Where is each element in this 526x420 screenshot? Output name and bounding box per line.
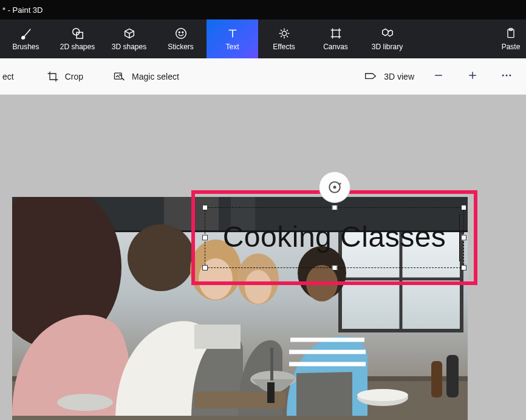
3d-view-icon xyxy=(363,71,378,83)
svg-point-11 xyxy=(506,74,508,76)
magic-select-button[interactable]: Magic select xyxy=(105,58,186,94)
magic-select-icon xyxy=(112,71,126,83)
stickers-label: Stickers xyxy=(168,43,194,51)
svg-point-0 xyxy=(72,29,79,35)
svg-rect-6 xyxy=(332,30,339,37)
svg-rect-41 xyxy=(267,382,275,403)
2d-shapes-icon xyxy=(71,27,84,40)
minus-icon xyxy=(432,69,445,84)
resize-handle-tl[interactable] xyxy=(202,205,208,210)
crop-label: Crop xyxy=(65,72,83,81)
crop-button[interactable]: Crop xyxy=(39,58,91,94)
svg-point-30 xyxy=(245,270,272,304)
text-caret xyxy=(459,214,460,261)
select-button[interactable]: ect xyxy=(2,58,21,94)
brushes-tool[interactable]: Brushes xyxy=(0,19,52,58)
stickers-icon xyxy=(174,27,188,40)
3d-library-icon xyxy=(381,27,394,40)
svg-rect-1 xyxy=(77,32,83,38)
canvas-label: Canvas xyxy=(323,43,348,51)
resize-handle-bl[interactable] xyxy=(202,265,208,270)
3d-library-label: 3D library xyxy=(372,43,403,51)
3d-shapes-label: 3D shapes xyxy=(112,43,146,51)
svg-point-5 xyxy=(282,31,286,35)
main-toolbar: Brushes 2D shapes 3D shapes xyxy=(0,19,526,58)
resize-handle-bc[interactable] xyxy=(332,265,337,270)
secondary-toolbar: ect Crop Magic select 3D view xyxy=(0,58,526,95)
paste-button[interactable]: Paste xyxy=(496,19,526,58)
text-content[interactable]: Cooking Classes xyxy=(205,220,463,253)
effects-label: Effects xyxy=(273,43,295,51)
svg-rect-38 xyxy=(431,361,442,398)
text-label: Text xyxy=(225,43,239,51)
svg-rect-39 xyxy=(446,355,459,398)
effects-icon xyxy=(278,27,291,40)
svg-rect-37 xyxy=(270,348,273,380)
more-icon xyxy=(500,69,513,84)
crop-icon xyxy=(47,71,59,83)
svg-point-46 xyxy=(333,186,336,189)
text-icon xyxy=(226,27,239,40)
svg-point-2 xyxy=(176,29,186,39)
magic-select-label: Magic select xyxy=(132,72,179,81)
resize-handle-tc[interactable] xyxy=(332,205,337,210)
svg-point-3 xyxy=(179,32,180,33)
titlebar: * - Paint 3D xyxy=(0,0,526,19)
canvas-area[interactable]: Cooking Classes xyxy=(0,95,526,420)
svg-point-25 xyxy=(128,224,194,291)
svg-point-32 xyxy=(306,265,338,301)
svg-point-44 xyxy=(57,394,113,411)
3d-view-label: 3D view xyxy=(384,72,414,81)
resize-handle-br[interactable] xyxy=(461,265,466,270)
zoom-out-button[interactable] xyxy=(422,58,456,94)
plus-icon xyxy=(466,69,479,84)
3d-view-button[interactable]: 3D view xyxy=(356,58,422,94)
svg-point-4 xyxy=(182,32,183,33)
svg-point-12 xyxy=(509,74,511,76)
canvas-icon xyxy=(329,27,343,40)
3d-library-tool[interactable]: 3D library xyxy=(361,19,413,58)
canvas-tool[interactable]: Canvas xyxy=(310,19,361,58)
text-selection-box[interactable]: Cooking Classes xyxy=(205,207,464,268)
2d-shapes-label: 2D shapes xyxy=(60,43,95,51)
window-title: * - Paint 3D xyxy=(2,5,43,15)
paste-label: Paste xyxy=(502,43,521,51)
3d-shapes-tool[interactable]: 3D shapes xyxy=(103,19,155,58)
rotate-handle[interactable] xyxy=(319,171,350,203)
svg-point-10 xyxy=(502,74,504,76)
stickers-tool[interactable]: Stickers xyxy=(155,19,207,58)
resize-handle-tr[interactable] xyxy=(461,205,466,210)
paste-icon xyxy=(504,27,517,40)
3d-shapes-icon xyxy=(123,27,136,40)
2d-shapes-tool[interactable]: 2D shapes xyxy=(52,19,103,58)
svg-rect-28 xyxy=(194,325,241,349)
more-button[interactable] xyxy=(490,58,524,94)
zoom-in-button[interactable] xyxy=(456,58,490,94)
select-label: ect xyxy=(2,72,14,81)
brush-icon xyxy=(19,27,33,40)
resize-handle-mr[interactable] xyxy=(461,235,466,241)
svg-point-43 xyxy=(357,389,408,401)
text-tool[interactable]: Text xyxy=(207,19,258,58)
resize-handle-ml[interactable] xyxy=(202,235,208,241)
brushes-label: Brushes xyxy=(12,43,39,51)
effects-tool[interactable]: Effects xyxy=(258,19,310,58)
